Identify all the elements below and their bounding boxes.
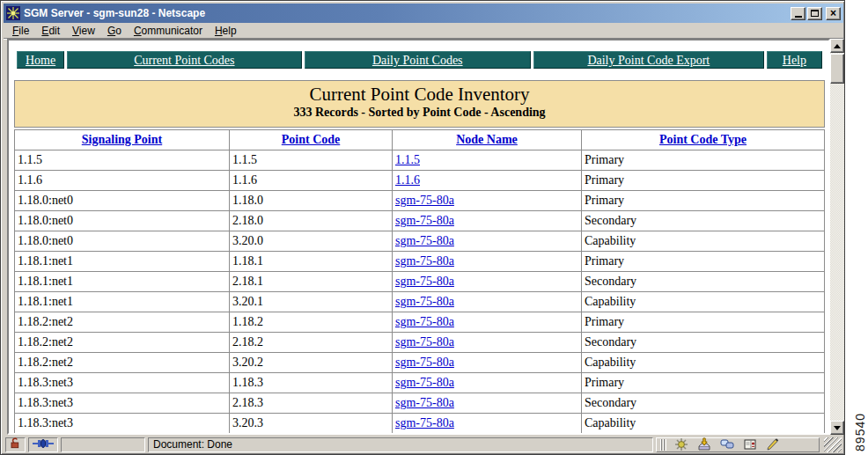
node-name-link[interactable]: sgm-75-80a <box>395 376 454 389</box>
nav-link-daily-point-codes[interactable]: Daily Point Codes <box>372 54 463 67</box>
signaling-point-cell: 1.18.3:net3 <box>15 373 230 393</box>
point-code-type-cell: Capability <box>582 231 825 252</box>
point-code-cell: 1.18.0 <box>230 191 393 211</box>
menu-file[interactable]: File <box>6 24 35 38</box>
node-name-cell: sgm-75-80a <box>393 252 582 272</box>
nav-link-help[interactable]: Help <box>783 54 806 67</box>
node-name-link[interactable]: sgm-75-80a <box>395 295 454 308</box>
empty-cell <box>15 434 230 436</box>
node-name-cell: sgm-75-80a <box>393 353 582 373</box>
minimize-icon <box>795 16 802 18</box>
signaling-point-cell: 1.18.3:net3 <box>15 393 230 414</box>
signaling-point-cell: 1.18.1:net1 <box>15 292 230 312</box>
sort-link-point-code-type[interactable]: Point Code Type <box>659 133 747 146</box>
navigator-icon[interactable] <box>673 437 689 451</box>
node-name-link[interactable]: sgm-75-80a <box>395 416 454 429</box>
point-code-type-cell: Primary <box>582 171 825 191</box>
sort-link-node-name[interactable]: Node Name <box>456 133 518 146</box>
nav-link-daily-point-code-export[interactable]: Daily Point Code Export <box>587 54 710 67</box>
table-row: 1.18.0:net01.18.0sgm-75-80aPrimary <box>15 191 825 211</box>
point-code-type-cell: Capability <box>582 414 825 434</box>
nav-cell: Daily Point Code Export <box>533 51 764 69</box>
sort-link-signaling-point[interactable]: Signaling Point <box>82 133 162 146</box>
column-header: Signaling Point <box>15 130 230 150</box>
menu-view[interactable]: View <box>66 24 101 38</box>
point-code-type-cell: Capability <box>582 292 825 312</box>
table-row: 1.18.3:net33.20.3sgm-75-80aCapability <box>15 414 825 434</box>
arrow-up-icon <box>834 44 841 48</box>
progress-bar <box>61 437 145 452</box>
composer-icon[interactable] <box>765 437 781 451</box>
node-name-cell: sgm-75-80a <box>393 292 582 312</box>
close-button[interactable]: × <box>826 7 841 20</box>
mailbox-icon[interactable] <box>696 437 712 451</box>
table-row: 1.18.2:net22.18.2sgm-75-80aSecondary <box>15 333 825 353</box>
component-bar <box>656 437 820 452</box>
security-indicator[interactable] <box>5 437 26 452</box>
node-name-link[interactable]: sgm-75-80a <box>395 275 454 288</box>
node-name-link[interactable]: sgm-75-80a <box>395 315 454 328</box>
node-name-cell: sgm-75-80a <box>393 414 582 434</box>
scroll-down-button[interactable] <box>830 421 844 435</box>
security-open-padlock-icon <box>9 437 22 453</box>
empty-cell <box>582 434 825 436</box>
node-name-link[interactable]: sgm-75-80a <box>395 194 454 207</box>
online-status-indicator[interactable] <box>28 437 58 452</box>
minimize-button[interactable] <box>791 7 805 20</box>
node-name-link[interactable]: sgm-75-80a <box>395 214 454 227</box>
empty-cell <box>393 434 582 436</box>
node-name-link[interactable]: sgm-75-80a <box>395 234 454 247</box>
node-name-cell: sgm-75-80a <box>393 333 582 353</box>
title-bar[interactable]: SGM Server - sgm-sun28 - Netscape × <box>4 4 843 23</box>
menu-go[interactable]: Go <box>101 24 128 38</box>
nav-cell: Daily Point Codes <box>305 51 531 69</box>
nav-link-current-point-codes[interactable]: Current Point Codes <box>134 54 234 67</box>
scrollbar-thumb[interactable] <box>830 54 844 84</box>
point-code-type-cell: Primary <box>582 312 825 333</box>
nav-link-home[interactable]: Home <box>26 54 55 67</box>
table-row: 1.18.3:net31.18.3sgm-75-80aPrimary <box>15 373 825 393</box>
maximize-button[interactable] <box>807 7 822 20</box>
discussions-icon[interactable] <box>719 437 735 451</box>
address-book-icon[interactable] <box>742 437 758 451</box>
nav-cell: Home <box>17 51 64 69</box>
column-header: Point Code Type <box>582 130 825 150</box>
nav-cell: Help <box>767 51 822 69</box>
window-title: SGM Server - sgm-sun28 - Netscape <box>24 7 791 19</box>
node-name-link[interactable]: sgm-75-80a <box>395 396 454 409</box>
node-name-link[interactable]: 1.1.6 <box>395 173 420 187</box>
menu-help[interactable]: Help <box>209 24 243 38</box>
menu-edit[interactable]: Edit <box>35 24 66 38</box>
point-code-cell: 2.18.0 <box>230 211 393 231</box>
node-name-cell: sgm-75-80a <box>393 312 582 333</box>
scroll-up-button[interactable] <box>830 39 844 53</box>
table-row: 1.18.0:net03.20.0sgm-75-80aCapability <box>15 231 825 252</box>
node-name-cell: sgm-75-80a <box>393 191 582 211</box>
component-bar-drag-handle[interactable] <box>660 439 666 451</box>
node-name-link[interactable]: 1.1.5 <box>395 153 420 166</box>
page-title: Current Point Code Inventory <box>15 84 824 106</box>
node-name-link[interactable]: sgm-75-80a <box>395 335 454 349</box>
resize-grip-icon[interactable] <box>824 437 842 452</box>
point-code-cell: 3.20.0 <box>230 231 393 252</box>
node-name-link[interactable]: sgm-75-80a <box>395 254 454 268</box>
table-row: 1.18.2:net21.18.2sgm-75-80aPrimary <box>15 312 825 333</box>
menu-bar: FileEditViewGoCommunicatorHelp <box>4 23 843 39</box>
record-count-subtitle: 333 Records - Sorted by Point Code - Asc… <box>15 106 824 120</box>
menu-communicator[interactable]: Communicator <box>128 24 209 38</box>
nav-cell: Current Point Codes <box>67 51 301 69</box>
table-row: 1.1.51.1.51.1.5Primary <box>15 150 825 171</box>
table-row: 1.18.1:net13.20.1sgm-75-80aCapability <box>15 292 825 312</box>
signaling-point-cell: 1.18.0:net0 <box>15 191 230 211</box>
signaling-point-cell: 1.18.0:net0 <box>15 231 230 252</box>
point-code-cell: 3.20.1 <box>230 292 393 312</box>
nav-bar: HomeCurrent Point CodesDaily Point Codes… <box>14 48 825 71</box>
node-name-link[interactable]: sgm-75-80a <box>395 356 454 369</box>
sort-link-point-code[interactable]: Point Code <box>282 133 341 146</box>
netscape-window: SGM Server - sgm-sun28 - Netscape × File… <box>0 0 845 455</box>
table-row: 1.18.0:net02.18.0sgm-75-80aSecondary <box>15 211 825 231</box>
status-bar: Document: Done <box>4 436 843 453</box>
point-code-cell: 1.1.6 <box>230 171 393 191</box>
screenshot: SGM Server - sgm-sun28 - Netscape × File… <box>0 0 868 455</box>
vertical-scrollbar[interactable] <box>830 39 844 435</box>
